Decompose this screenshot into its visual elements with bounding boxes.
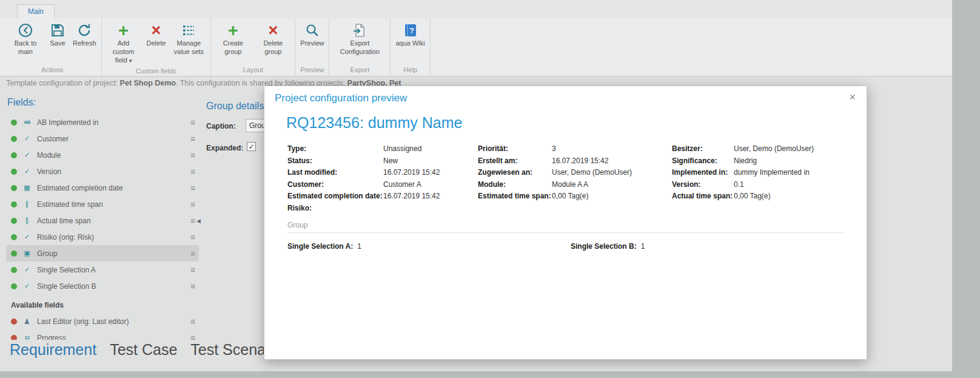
- field-label: Module:: [478, 180, 552, 189]
- field-label: Single Selection B:: [571, 242, 637, 251]
- field-value: User, Demo (DemoUser): [552, 168, 632, 177]
- field-label: Estimated time span:: [478, 192, 552, 200]
- group-section-divider: [287, 232, 845, 233]
- field-value: 16.07.2019 15:42: [383, 168, 440, 177]
- field-label: Zugewiesen an:: [478, 168, 552, 177]
- field-label: Version:: [672, 180, 734, 189]
- field-label: Type:: [287, 144, 383, 153]
- field-row: Version:0.1: [672, 180, 857, 192]
- field-row: Single Selection B: 1: [571, 242, 645, 251]
- field-value: dummy Implemented in: [734, 168, 810, 177]
- field-value: 3: [552, 144, 556, 153]
- field-value: Unassigned: [383, 144, 421, 153]
- field-value: 0,00 Tag(e): [552, 192, 589, 200]
- field-row: Actual time span:0,00 Tag(e): [672, 192, 857, 204]
- field-value: New: [383, 157, 398, 165]
- field-value: 0.1: [734, 180, 744, 189]
- project-configuration-preview-dialog: Project configuration preview × RQ123456…: [264, 86, 867, 360]
- preview-column-1: Type:Unassigned Status:New Last modified…: [287, 144, 474, 215]
- group-section-title: Group: [287, 221, 307, 229]
- field-value: 1: [357, 242, 361, 251]
- requirement-heading: RQ123456: dummy Name: [286, 114, 462, 132]
- preview-column-3: Besitzer:User, Demo (DemoUser) Significa…: [672, 144, 857, 204]
- field-row: Estimated completion date:16.07.2019 15:…: [287, 192, 474, 204]
- field-row: Significance:Niedrig: [672, 157, 857, 169]
- field-label: Implemented in:: [672, 168, 734, 177]
- field-row: Estimated time span:0,00 Tag(e): [478, 192, 669, 204]
- field-value: 1: [641, 242, 645, 251]
- field-row: Customer:Customer A: [287, 180, 474, 192]
- dialog-title: Project configuration preview: [275, 92, 407, 104]
- field-value: Customer A: [383, 180, 421, 189]
- field-label: Actual time span:: [672, 192, 734, 200]
- field-label: Erstellt am:: [478, 157, 552, 165]
- field-row: Single Selection A: 1: [287, 242, 361, 251]
- field-row: Besitzer:User, Demo (DemoUser): [672, 144, 857, 157]
- field-row: Status:New: [287, 157, 474, 169]
- field-value: Module A A: [552, 180, 588, 189]
- field-label: Priorität:: [478, 144, 552, 153]
- field-row: Implemented in:dummy Implemented in: [672, 168, 857, 180]
- field-row: Module:Module A A: [478, 180, 669, 192]
- field-label: Last modified:: [287, 168, 383, 177]
- field-value: 0,00 Tag(e): [734, 192, 771, 200]
- field-row: Priorität:3: [478, 144, 669, 157]
- field-label: Estimated completion date:: [287, 192, 383, 200]
- preview-column-2: Priorität:3 Erstellt am:16.07.2019 15:42…: [478, 144, 669, 204]
- field-row: Last modified:16.07.2019 15:42: [287, 168, 474, 180]
- field-value: 16.07.2019 15:42: [552, 157, 608, 165]
- field-label: Status:: [287, 157, 383, 165]
- field-label: Besitzer:: [672, 144, 734, 153]
- field-label: Single Selection A:: [287, 242, 353, 251]
- field-value: 16.07.2019 15:42: [383, 192, 440, 200]
- field-value: User, Demo (DemoUser): [734, 144, 814, 153]
- close-icon[interactable]: ×: [847, 90, 858, 104]
- field-label: Customer:: [287, 180, 383, 189]
- field-row: Erstellt am:16.07.2019 15:42: [478, 157, 669, 169]
- field-label: Risiko:: [287, 204, 383, 212]
- field-label: Significance:: [672, 157, 734, 165]
- field-row: Risiko:: [287, 204, 474, 216]
- field-row: Zugewiesen an:User, Demo (DemoUser): [478, 168, 669, 180]
- field-row: Type:Unassigned: [287, 144, 474, 157]
- field-value: Niedrig: [734, 157, 757, 165]
